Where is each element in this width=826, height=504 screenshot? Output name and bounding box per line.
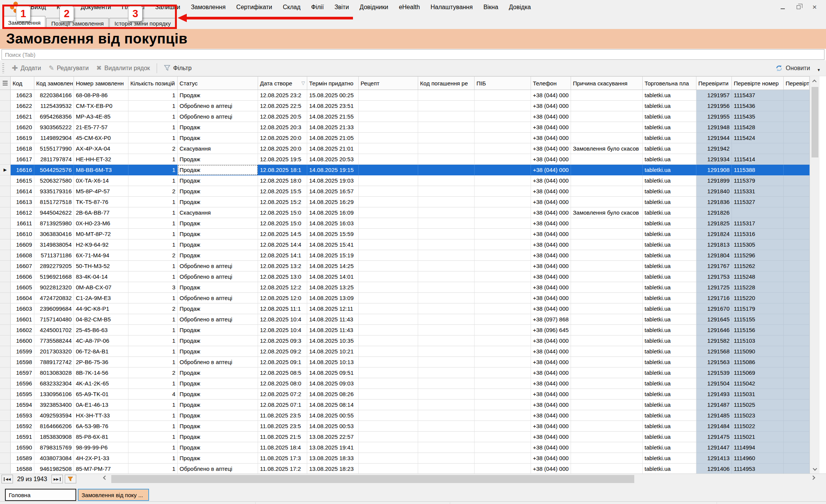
table-row[interactable]: 165934092593594HX-3H-TT-331Продаж11.08.2… xyxy=(0,410,810,421)
filter-toggle-button[interactable] xyxy=(65,475,76,483)
refresh-button[interactable]: Оновити xyxy=(771,62,814,74)
column-header-expires[interactable]: Термін придатно xyxy=(307,77,359,90)
cell-qty: 1 xyxy=(128,442,178,453)
task-button-home[interactable]: Головна xyxy=(5,489,76,501)
vertical-scrollbar[interactable] xyxy=(810,76,820,474)
table-row[interactable]: 16619114989290445-CM-6X-P01Продаж12.08.2… xyxy=(0,133,810,143)
cell-check1: 1291767 xyxy=(696,261,732,271)
toolbar-grip[interactable] xyxy=(2,63,4,73)
table-row[interactable]: 16595133095610665-A9-TK-014Продаж12.08.2… xyxy=(0,389,810,400)
column-header-pib[interactable]: ПІБ xyxy=(475,77,531,90)
cell-kod: 16595 xyxy=(11,389,34,400)
table-row[interactable]: 16590879831576998-99-99-P61Продаж11.08.2… xyxy=(0,442,810,453)
menu-item-довідка[interactable]: Довідка xyxy=(504,0,536,14)
filter-button[interactable]: Фільтр xyxy=(160,62,195,74)
cell-pib xyxy=(475,303,531,314)
cell-check1: 1291899 xyxy=(696,175,732,186)
table-row[interactable]: 1661187139259800X-H0-23-M61Продаж12.08.2… xyxy=(0,218,810,229)
table-row[interactable]: 16606519692166883-4K-04-141Оброблено в а… xyxy=(0,271,810,282)
table-row[interactable]: 16620930356522221-E5-77-571Продаж12.08.2… xyxy=(0,122,810,133)
column-chooser-button[interactable] xyxy=(0,77,11,90)
column-header-platform[interactable]: Торговельна пла xyxy=(643,77,696,90)
task-button-orders[interactable]: Замовлення від поку ... xyxy=(78,489,149,501)
table-row[interactable]: 1659878891727422P-B6-75-361Оброблено в а… xyxy=(0,357,810,368)
column-header-kod[interactable]: Код xyxy=(11,77,34,90)
edit-button[interactable]: ✎ Редагувати xyxy=(45,62,93,74)
table-row[interactable]: 16603239609968444-9C-K8-P12Продаж12.08.2… xyxy=(0,303,810,314)
horizontal-scrollbar-thumb[interactable] xyxy=(111,475,634,483)
scroll-right-icon[interactable] xyxy=(811,475,815,480)
cell-kod_zam: 1330956106 xyxy=(34,389,74,400)
table-row[interactable]: 1659281646662066A-53-9B-761Продаж11.08.2… xyxy=(0,421,810,432)
table-row[interactable]: 1659780130830288B-7K-14-562Продаж12.08.2… xyxy=(0,368,810,378)
cell-check3 xyxy=(784,101,810,111)
table-row[interactable]: 1660077355882444C-A8-7P-061Продаж12.08.2… xyxy=(0,335,810,346)
delete-row-button[interactable]: ✖ Видалити рядок xyxy=(93,62,154,74)
table-row[interactable]: 16607289227920550-TH-M3-521Оброблено в а… xyxy=(0,261,810,271)
table-row[interactable]: 166185155177990AX-4P-XA-042Скасування12.… xyxy=(0,143,810,154)
column-header-check1[interactable]: Перевірити xyxy=(696,77,732,90)
cell-pib xyxy=(475,453,531,464)
table-row[interactable]: 166149335179316M5-8P-4P-572Продаж12.08.2… xyxy=(0,186,810,197)
table-row[interactable]: 1661294450426222B-6A-BB-771Скасування12.… xyxy=(0,207,810,218)
close-icon[interactable]: ✕ xyxy=(812,4,818,10)
table-row[interactable]: 16599201730332006-T2-8A-B11Продаж12.08.2… xyxy=(0,346,810,357)
menu-item-сертифікати[interactable]: Сертифікати xyxy=(231,0,277,14)
cell-phone: +38 (044) 000 xyxy=(531,421,571,432)
menu-item-склад[interactable]: Склад xyxy=(277,0,306,14)
menu-item-звіти[interactable]: Звіти xyxy=(329,0,354,14)
table-row[interactable]: 1660857113711866X-71-M4-942Продаж12.08.2… xyxy=(0,250,810,261)
table-row[interactable]: 16601715714048004-B2-CM-B51Оброблено в а… xyxy=(0,314,810,325)
menu-item-налаштування[interactable]: Налаштування xyxy=(425,0,478,14)
column-header-phone[interactable]: Телефон xyxy=(531,77,571,90)
menu-item-філії[interactable]: Філії xyxy=(306,0,329,14)
scroll-down-icon[interactable] xyxy=(810,464,820,474)
cell-check1: 1291955 xyxy=(696,111,732,122)
table-row[interactable]: 1661552063275800X-TA-X6-141Продаж12.08.2… xyxy=(0,175,810,186)
restore-icon[interactable] xyxy=(796,4,802,10)
column-header-kod_zam[interactable]: Код замовлен xyxy=(34,77,74,90)
column-header-check3[interactable]: Перевірт xyxy=(784,77,810,90)
refresh-dropdown-icon[interactable]: ▼ xyxy=(817,68,821,72)
minimize-icon[interactable] xyxy=(779,4,786,10)
column-header-pogash[interactable]: Код погашення ре xyxy=(418,77,475,90)
cell-check3 xyxy=(784,325,810,335)
table-row[interactable]: ▶166165044252576M8-BB-6M-T31Продаж12.08.… xyxy=(0,165,810,175)
column-header-reason[interactable]: Причина скасування xyxy=(571,77,643,90)
table-row[interactable]: 166044724720832C1-2A-9M-E31Оброблено в а… xyxy=(0,293,810,303)
column-header-created[interactable]: Дата створе▽ xyxy=(258,77,307,90)
table-row[interactable]: 166093149838054H2-K9-64-921Продаж12.08.2… xyxy=(0,239,810,250)
table-row[interactable]: 166138151727518TK-T5-87-761Продаж12.08.2… xyxy=(0,197,810,207)
table-row[interactable]: 166172811797874HE-HH-ET-321Продаж12.08.2… xyxy=(0,154,810,165)
menu-item-замовлення[interactable]: Замовлення xyxy=(186,0,231,14)
menu-item-вікна[interactable]: Вікна xyxy=(478,0,504,14)
column-header-qty[interactable]: Кількість позицій xyxy=(128,77,178,90)
cell-nomer: 06-T2-8A-B1 xyxy=(74,346,128,357)
table-row[interactable]: 16602424500170225-45-B6-631Продаж12.08.2… xyxy=(0,325,810,335)
search-input[interactable] xyxy=(2,49,824,60)
menu-item-довідники[interactable]: Довідники xyxy=(354,0,393,14)
table-row[interactable]: 1659668323323044K-A1-2K-651Продаж12.08.2… xyxy=(0,378,810,389)
table-row[interactable]: 1658940380730844H-2X-P1-331Продаж11.08.2… xyxy=(0,453,810,464)
menu-item-ehealth[interactable]: eHealth xyxy=(393,0,425,14)
column-header-status[interactable]: Статус xyxy=(178,77,258,90)
add-button[interactable]: ✚ Додати xyxy=(8,62,45,74)
table-row[interactable]: 16623822038416668-08-P8-861Продаж12.08.2… xyxy=(0,90,810,101)
column-header-nomer[interactable]: Номер замовленн xyxy=(74,77,128,90)
last-record-button[interactable]: ▶▶ xyxy=(51,475,63,483)
scroll-left-icon[interactable] xyxy=(103,475,107,480)
first-record-button[interactable]: ◀◀ xyxy=(2,475,13,483)
column-header-label: Перевірте номер xyxy=(734,80,779,87)
table-row[interactable]: 166216954268356MP-A3-4E-851Оброблено в а… xyxy=(0,111,810,122)
table-row[interactable]: 1659439238534000A-E1-46-131Продаж12.08.2… xyxy=(0,400,810,410)
vertical-scrollbar-thumb[interactable] xyxy=(812,87,818,157)
table-row[interactable]: 16591185383090885-P8-6X-811Продаж11.08.2… xyxy=(0,432,810,442)
column-header-check2[interactable]: Перевірте номер xyxy=(732,77,784,90)
table-row[interactable]: 166103063830416M0-MT-8P-721Продаж12.08.2… xyxy=(0,229,810,239)
scroll-up-icon[interactable] xyxy=(810,76,820,86)
cell-pib xyxy=(475,293,531,303)
table-row[interactable]: 1660590228123200M-AB-CX-073Продаж12.08.2… xyxy=(0,282,810,293)
table-row[interactable]: 16588946198250885-M7-PM-771Оброблено в а… xyxy=(0,464,810,474)
column-header-recept[interactable]: Рецепт xyxy=(359,77,418,90)
table-row[interactable]: 166221125439532CM-TX-EB-P01Оброблено в а… xyxy=(0,101,810,111)
